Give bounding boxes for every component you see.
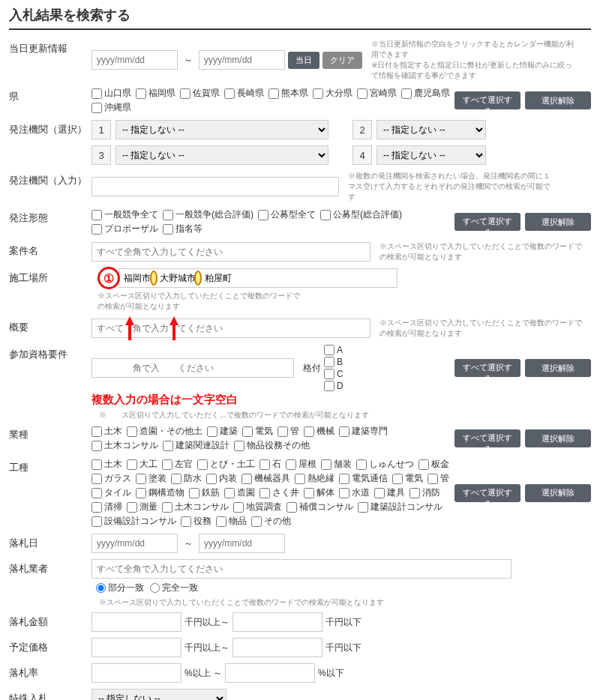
- koushu-chk-32[interactable]: 建築設計コンサル: [358, 501, 442, 513]
- koushu-chk-30[interactable]: 地質調査: [233, 501, 282, 513]
- gyoshu-chk-6[interactable]: 建築専門: [339, 425, 388, 438]
- koushu-chk-33[interactable]: 設備設計コンサル: [92, 515, 176, 528]
- koushu-chk-7[interactable]: しゅんせつ: [356, 458, 414, 471]
- pref-chk-1[interactable]: 福岡県: [136, 87, 176, 100]
- koushu-chk-35[interactable]: 物品: [216, 515, 247, 528]
- grade-chk-2[interactable]: C: [324, 369, 344, 379]
- clear-button[interactable]: クリア: [322, 52, 362, 69]
- gyoshu-chk-9[interactable]: 物品役務その他: [234, 439, 310, 452]
- pref-chk-4[interactable]: 熊本県: [268, 87, 308, 100]
- koushu-chk-12[interactable]: 内装: [206, 472, 237, 485]
- koushu-chk-27[interactable]: 清掃: [92, 501, 122, 513]
- pref-chk-0[interactable]: 山口県: [92, 87, 131, 100]
- gyoshu-chk-2[interactable]: 建築: [207, 425, 238, 438]
- koushu-deselect[interactable]: 選択解除: [525, 484, 591, 502]
- rakuamt-to[interactable]: [232, 612, 322, 632]
- koushu-chk-29[interactable]: 土木コンサル: [162, 501, 229, 513]
- koushu-chk-18[interactable]: タイル: [92, 486, 131, 499]
- koushu-chk-16[interactable]: 電気: [392, 472, 423, 485]
- koushu-chk-13[interactable]: 機械器具: [242, 472, 290, 485]
- today-button[interactable]: 当日: [288, 52, 320, 69]
- rakuamt-from[interactable]: [92, 612, 182, 632]
- form-chk-3[interactable]: 公募型(総合評価): [320, 208, 402, 221]
- koushu-select-all[interactable]: すべて選択する: [454, 484, 520, 502]
- koushu-chk-14[interactable]: 熱絶縁: [295, 472, 334, 485]
- form-select-all[interactable]: すべて選択する: [454, 213, 520, 231]
- pref-chk-2[interactable]: 佐賀県: [180, 87, 220, 100]
- koushu-chk-0[interactable]: 土木: [92, 458, 122, 471]
- place-input[interactable]: [118, 268, 398, 288]
- org-select-1[interactable]: -- 指定しない --: [116, 120, 328, 139]
- org-select-2[interactable]: -- 指定しない --: [376, 120, 486, 139]
- pref-deselect[interactable]: 選択解除: [525, 91, 591, 109]
- grade-chk-1[interactable]: B: [324, 357, 343, 367]
- koushu-chk-26[interactable]: 消防: [410, 486, 440, 499]
- koushu-chk-15[interactable]: 電気通信: [339, 472, 388, 485]
- org-input[interactable]: [92, 177, 339, 196]
- pref-chk-8[interactable]: 沖縄県: [92, 101, 131, 114]
- koushu-chk-20[interactable]: 鉄筋: [189, 486, 220, 499]
- rakubiz-full[interactable]: 完全一致: [150, 582, 198, 594]
- rakudate-to[interactable]: [199, 534, 285, 553]
- koushu-chk-10[interactable]: 塗装: [136, 472, 166, 485]
- pref-chk-5[interactable]: 大分県: [313, 87, 352, 100]
- rakubiz-input[interactable]: [92, 559, 512, 579]
- gyoshu-select-all[interactable]: すべて選択する: [454, 429, 520, 447]
- koushu-chk-36[interactable]: その他: [251, 515, 291, 528]
- name-input[interactable]: [92, 242, 370, 262]
- gyoshu-deselect[interactable]: 選択解除: [525, 429, 591, 447]
- koushu-chk-9[interactable]: ガラス: [92, 472, 131, 485]
- qual-deselect[interactable]: 選択解除: [525, 359, 591, 377]
- koushu-chk-21[interactable]: 造園: [224, 486, 255, 499]
- koushu-chk-23[interactable]: 解体: [304, 486, 334, 499]
- rakudate-from[interactable]: [92, 534, 178, 553]
- koushu-chk-1[interactable]: 大工: [127, 458, 158, 471]
- koushu-chk-11[interactable]: 防水: [171, 472, 202, 485]
- special-select[interactable]: -- 指定しない --: [92, 689, 226, 700]
- org-select-3[interactable]: -- 指定しない --: [116, 145, 328, 165]
- form-chk-2[interactable]: 公募型全て: [258, 208, 316, 221]
- form-deselect[interactable]: 選択解除: [525, 213, 591, 231]
- koushu-chk-31[interactable]: 補償コンサル: [286, 501, 353, 513]
- form-chk-1[interactable]: 一般競争(総合評価): [163, 208, 254, 221]
- yotei-to[interactable]: [232, 638, 322, 657]
- koushu-chk-17[interactable]: 管: [428, 472, 449, 485]
- koushu-chk-34[interactable]: 役務: [181, 515, 212, 528]
- update-date-from[interactable]: [92, 50, 178, 70]
- koushu-chk-24[interactable]: 水道: [339, 486, 370, 499]
- koushu-chk-22[interactable]: さく井: [260, 486, 299, 499]
- pref-chk-7[interactable]: 鹿児島県: [401, 87, 450, 100]
- koushu-chk-5[interactable]: 屋根: [286, 458, 316, 471]
- gyoshu-chk-0[interactable]: 土木: [92, 425, 122, 438]
- koushu-chk-28[interactable]: 測量: [127, 501, 158, 513]
- qual-select-all[interactable]: すべて選択する: [454, 359, 520, 377]
- gyoshu-chk-4[interactable]: 管: [278, 425, 299, 438]
- form-chk-0[interactable]: 一般競争全て: [92, 208, 158, 221]
- yotei-from[interactable]: [92, 638, 182, 657]
- form-chk-4[interactable]: プロポーザル: [92, 223, 158, 235]
- pref-chk-3[interactable]: 長崎県: [224, 87, 264, 100]
- grade-chk-3[interactable]: D: [324, 381, 344, 391]
- gyoshu-chk-8[interactable]: 建築関連設計: [163, 439, 230, 452]
- koushu-chk-25[interactable]: 建具: [374, 486, 405, 499]
- koushu-chk-19[interactable]: 鋼構造物: [136, 486, 184, 499]
- koushu-chk-3[interactable]: とび・土工: [197, 458, 255, 471]
- gyoshu-chk-5[interactable]: 機械: [304, 425, 334, 438]
- gyoshu-chk-3[interactable]: 電気: [242, 425, 273, 438]
- pref-select-all[interactable]: すべて選択する: [454, 91, 520, 109]
- gyoshu-chk-7[interactable]: 土木コンサル: [92, 439, 158, 452]
- rakurate-to[interactable]: [225, 663, 315, 683]
- pref-chk-6[interactable]: 宮崎県: [357, 87, 397, 100]
- rakubiz-partial[interactable]: 部分一致: [96, 582, 144, 594]
- qual-input[interactable]: [92, 358, 294, 378]
- grade-chk-0[interactable]: A: [324, 345, 343, 355]
- koushu-chk-2[interactable]: 左官: [162, 458, 193, 471]
- org-select-4[interactable]: -- 指定しない --: [376, 145, 486, 165]
- rakurate-from[interactable]: [92, 663, 182, 683]
- koushu-chk-8[interactable]: 板金: [418, 458, 449, 471]
- gyoshu-chk-1[interactable]: 造園・その他土: [127, 425, 202, 438]
- koushu-chk-4[interactable]: 石: [260, 458, 281, 471]
- koushu-chk-6[interactable]: 舗装: [321, 458, 352, 471]
- update-date-to[interactable]: [199, 50, 285, 70]
- form-chk-5[interactable]: 指名等: [163, 223, 202, 235]
